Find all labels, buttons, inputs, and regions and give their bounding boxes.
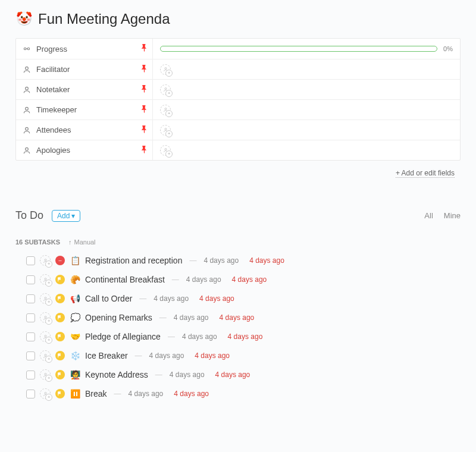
task-checkbox[interactable] <box>26 390 35 398</box>
pin-icon[interactable] <box>141 146 148 155</box>
add-edit-fields-link[interactable]: + Add or edit fields <box>396 169 455 178</box>
task-row[interactable]: 🤝Pledge of Allegiance—4 days ago4 days a… <box>15 331 461 342</box>
field-label-cell[interactable]: Facilitator <box>16 59 153 79</box>
svg-point-19 <box>45 373 46 375</box>
task-assignee-placeholder-icon[interactable] <box>40 331 51 342</box>
pin-icon[interactable] <box>141 44 148 54</box>
task-title[interactable]: Pledge of Allegiance <box>85 332 161 341</box>
task-title[interactable]: Registration and reception <box>85 256 182 265</box>
field-row-timekeeper: Timekeeper <box>16 99 460 120</box>
priority-flag-icon[interactable] <box>55 275 65 284</box>
task-title[interactable]: Break <box>85 389 107 398</box>
priority-flag-icon[interactable]: – <box>55 256 65 265</box>
add-task-label: Add <box>57 212 70 220</box>
filter-all-tab[interactable]: All <box>424 211 433 220</box>
svg-point-9 <box>26 127 29 130</box>
pin-icon[interactable] <box>141 85 148 95</box>
task-row[interactable]: 💭Opening Remarks—4 days ago4 days ago <box>15 312 461 323</box>
task-title[interactable]: Call to Order <box>85 294 132 303</box>
svg-point-10 <box>165 128 167 130</box>
pin-icon[interactable] <box>141 65 148 74</box>
field-label-cell[interactable]: Progress <box>16 39 153 59</box>
task-due-date[interactable]: 4 days ago <box>195 351 230 360</box>
progress-bar[interactable] <box>160 46 437 52</box>
progress-bar-wrap: 0% <box>160 45 453 52</box>
sort-button[interactable]: ↑ Manual <box>68 238 96 246</box>
task-checkbox[interactable] <box>26 371 35 379</box>
task-checkbox[interactable] <box>26 351 35 360</box>
priority-flag-icon[interactable] <box>55 389 65 398</box>
priority-flag-icon[interactable] <box>55 332 65 341</box>
priority-flag-icon[interactable] <box>55 313 65 322</box>
custom-fields-table: Progress0%FacilitatorNotetakerTimekeeper… <box>15 38 461 161</box>
svg-point-6 <box>165 88 167 90</box>
subtask-meta-row: 16 SUBTASKS ↑ Manual <box>15 238 461 246</box>
task-title[interactable]: Continental Breakfast <box>85 275 165 284</box>
task-due-date[interactable]: 4 days ago <box>232 275 267 284</box>
task-assignee-placeholder-icon[interactable] <box>40 388 51 399</box>
task-row[interactable]: –📋Registration and reception—4 days ago4… <box>15 255 461 266</box>
field-label-cell[interactable]: Attendees <box>16 120 153 140</box>
task-checkbox[interactable] <box>26 275 35 284</box>
field-value-cell[interactable] <box>153 59 460 79</box>
task-due-date[interactable]: 4 days ago <box>215 371 250 379</box>
add-task-button[interactable]: Add ▾ <box>52 210 80 222</box>
task-start-date[interactable]: 4 days ago <box>174 313 209 322</box>
task-start-date[interactable]: 4 days ago <box>170 371 205 379</box>
field-value-cell[interactable] <box>153 80 460 99</box>
assignee-placeholder-icon[interactable] <box>160 125 171 136</box>
task-row[interactable]: ⏸️Break—4 days ago4 days ago <box>15 388 461 399</box>
task-start-date[interactable]: 4 days ago <box>186 275 221 284</box>
task-assignee-placeholder-icon[interactable] <box>40 312 51 323</box>
task-checkbox[interactable] <box>26 332 35 341</box>
task-assignee-placeholder-icon[interactable] <box>40 293 51 304</box>
task-due-date[interactable]: 4 days ago <box>249 256 284 265</box>
task-row[interactable]: ❄️Ice Breaker—4 days ago4 days ago <box>15 350 461 361</box>
field-value-cell[interactable] <box>153 120 460 140</box>
task-due-date[interactable]: 4 days ago <box>228 332 263 341</box>
field-value-cell[interactable] <box>153 100 460 120</box>
task-row[interactable]: 📢Call to Order—4 days ago4 days ago <box>15 293 461 304</box>
task-start-date[interactable]: 4 days ago <box>154 294 189 303</box>
task-title[interactable]: Opening Remarks <box>85 313 152 322</box>
task-emoji-icon: 🤝 <box>70 332 80 341</box>
task-checkbox[interactable] <box>26 256 35 265</box>
assignee-placeholder-icon[interactable] <box>160 145 171 156</box>
add-field-row: + Add or edit fields <box>15 164 461 180</box>
task-assignee-placeholder-icon[interactable] <box>40 350 51 361</box>
field-label-cell[interactable]: Notetaker <box>16 80 153 99</box>
task-start-date[interactable]: 4 days ago <box>149 351 184 360</box>
priority-flag-icon[interactable] <box>55 351 65 360</box>
field-label-cell[interactable]: Timekeeper <box>16 100 153 120</box>
task-checkbox[interactable] <box>26 313 35 322</box>
subtask-count: 16 SUBTASKS <box>15 238 60 246</box>
svg-point-7 <box>26 107 29 110</box>
task-title[interactable]: Ice Breaker <box>85 351 128 360</box>
task-assignee-placeholder-icon[interactable] <box>40 274 51 285</box>
assignee-placeholder-icon[interactable] <box>160 84 171 95</box>
progress-percent: 0% <box>443 45 453 52</box>
task-due-date[interactable]: 4 days ago <box>174 390 209 398</box>
field-value-cell[interactable]: 0% <box>153 39 460 59</box>
task-assignee-placeholder-icon[interactable] <box>40 369 51 380</box>
task-assignee-placeholder-icon[interactable] <box>40 255 51 266</box>
assignee-placeholder-icon[interactable] <box>160 64 171 75</box>
task-row[interactable]: 🥐Continental Breakfast—4 days ago4 days … <box>15 274 461 285</box>
task-due-date[interactable]: 4 days ago <box>220 313 255 322</box>
task-checkbox[interactable] <box>26 294 35 303</box>
filter-mine-tab[interactable]: Mine <box>444 211 461 220</box>
field-label-cell[interactable]: Apologies <box>16 140 153 160</box>
pin-icon[interactable] <box>141 125 148 135</box>
task-start-date[interactable]: 4 days ago <box>182 332 217 341</box>
task-start-date[interactable]: 4 days ago <box>129 390 164 398</box>
assignee-placeholder-icon[interactable] <box>160 105 171 115</box>
task-title[interactable]: Keynote Address <box>85 370 148 379</box>
task-row[interactable]: 🧑‍🏫Keynote Address—4 days ago4 days ago <box>15 369 461 380</box>
priority-flag-icon[interactable] <box>55 294 65 303</box>
task-due-date[interactable]: 4 days ago <box>199 294 234 303</box>
task-start-date[interactable]: 4 days ago <box>203 256 239 265</box>
pin-icon[interactable] <box>141 105 148 115</box>
field-value-cell[interactable] <box>153 140 460 160</box>
todo-title: To Do <box>15 209 43 222</box>
priority-flag-icon[interactable] <box>55 370 65 379</box>
